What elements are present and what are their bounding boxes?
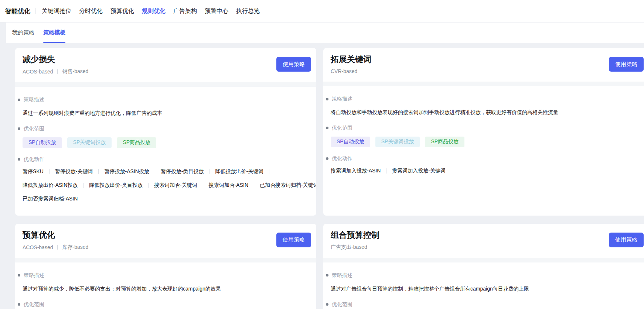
scope-tag: SP自动投放 — [331, 137, 370, 147]
scope-label: 优化范围 — [326, 301, 641, 308]
scope-label: 优化范围 — [18, 301, 309, 308]
action-row: 降低投放出价-ASIN投放降低投放出价-类目投放搜索词加否-关键词搜索词加否-A… — [23, 179, 309, 192]
action-divider — [148, 183, 149, 188]
action-item: 降低投放出价-类目投放 — [89, 182, 143, 189]
bullet-dot-icon — [18, 274, 20, 277]
scope-label-text: 优化范围 — [332, 125, 352, 131]
nav-item-3[interactable]: 规则优化 — [142, 7, 166, 15]
scope-label: 优化范围 — [326, 125, 641, 131]
actions-label-text: 优化动作 — [24, 156, 44, 163]
action-divider — [98, 169, 99, 174]
tab-bar: 我的策略策略模板 — [6, 22, 644, 43]
card-divider — [15, 258, 316, 262]
bullet-dot-icon — [326, 303, 328, 306]
scope-tags: SP自动投放SP关键词投放SP商品投放 — [331, 137, 641, 147]
nav-item-4[interactable]: 广告架构 — [173, 7, 197, 15]
actions-label: 优化动作 — [18, 156, 309, 163]
action-divider — [155, 169, 155, 174]
strategy-description: 将自动投放和手动投放表现好的搜索词加到手动投放进行精准投放，获取更好有价值的高相… — [331, 109, 641, 116]
nav-item-0[interactable]: 关键词抢位 — [42, 7, 71, 15]
card-header: 拓展关键词 CVR-based 使用策略 — [323, 48, 644, 82]
actions-label: 优化动作 — [326, 155, 641, 162]
scope-label-text: 优化范围 — [24, 301, 44, 308]
brand-title: 智能优化 — [5, 7, 30, 16]
strategy-cards-grid: 减少损失 ACOS-based销售-based 使用策略 策略描述 通过一系列规… — [0, 43, 644, 309]
action-divider — [49, 169, 50, 174]
use-strategy-button[interactable]: 使用策略 — [609, 233, 644, 247]
strategy-card: 减少损失 ACOS-based销售-based 使用策略 策略描述 通过一系列规… — [15, 48, 316, 216]
action-item: 暂停投放-关键词 — [55, 168, 93, 175]
description-label: 策略描述 — [326, 272, 641, 279]
card-base-1: 销售-based — [62, 68, 88, 75]
card-base-0: CVR-based — [331, 68, 357, 74]
action-item: 搜索词加入投放-ASIN — [331, 168, 381, 174]
actions-label-text: 优化动作 — [332, 155, 352, 162]
action-divider — [203, 183, 203, 188]
card-title: 减少损失 — [23, 54, 310, 65]
card-subtitle: ACOS-based销售-based — [23, 68, 310, 75]
bullet-dot-icon — [326, 98, 328, 100]
card-divider — [15, 82, 316, 87]
strategy-card: 拓展关键词 CVR-based 使用策略 策略描述 将自动投放和手动投放表现好的… — [323, 48, 644, 216]
card-base-0: ACOS-based — [23, 69, 53, 75]
card-divider — [323, 82, 644, 86]
actions-list: 暂停SKU暂停投放-关键词暂停投放-ASIN投放暂停投放-类目投放降低投放出价-… — [23, 165, 309, 206]
subtitle-divider — [57, 69, 58, 74]
description-label: 策略描述 — [18, 272, 309, 279]
scope-tag: SP商品投放 — [117, 137, 156, 148]
scope-tag: SP商品投放 — [425, 137, 464, 147]
card-subtitle: CVR-based — [331, 68, 643, 74]
tab-0[interactable]: 我的策略 — [12, 22, 34, 43]
bullet-dot-icon — [18, 303, 20, 306]
action-item: 搜索词加否-ASIN — [209, 182, 248, 189]
action-item: 搜索词加否-关键词 — [154, 182, 197, 189]
strategy-card: 组合预算控制 广告支出-based 使用策略 策略描述 通过对广告组合每日预算的… — [323, 224, 644, 309]
strategy-description: 通过对预算的减少，降低不必要的支出；对预算的增加，放大表现好的campaign的… — [23, 285, 309, 292]
scope-tag: SP关键词投放 — [375, 137, 420, 147]
strategy-card: 预算优化 ACOS-based库存-based 使用策略 策略描述 通过对预算的… — [15, 224, 316, 309]
bullet-dot-icon — [326, 157, 328, 160]
action-divider — [386, 168, 386, 174]
use-strategy-button[interactable]: 使用策略 — [276, 233, 311, 247]
description-label-text: 策略描述 — [332, 96, 352, 102]
use-strategy-button[interactable]: 使用策略 — [609, 57, 644, 72]
action-divider — [254, 183, 254, 188]
strategy-description: 通过一系列规则对浪费严重的地方进行优化，降低广告的成本 — [23, 110, 309, 117]
nav-divider — [35, 8, 35, 14]
card-base-0: 广告支出-based — [331, 244, 367, 251]
action-item: 降低投放出价-关键词 — [215, 168, 263, 175]
action-row: 暂停SKU暂停投放-关键词暂停投放-ASIN投放暂停投放-类目投放降低投放出价-… — [23, 165, 309, 179]
action-divider — [269, 169, 269, 174]
action-item: 暂停投放-类目投放 — [161, 168, 204, 175]
card-body: 策略描述 将自动投放和手动投放表现好的搜索词加到手动投放进行精准投放，获取更好有… — [323, 86, 644, 188]
scope-label-text: 优化范围 — [332, 301, 352, 308]
card-header: 减少损失 ACOS-based销售-based 使用策略 — [15, 48, 316, 82]
strategy-description: 通过对广告组合每日预算的控制，精准把控整个广告组合所有campaign每日花费的… — [331, 285, 641, 292]
description-label-text: 策略描述 — [24, 272, 44, 279]
use-strategy-button[interactable]: 使用策略 — [276, 57, 311, 72]
description-label: 策略描述 — [18, 96, 309, 103]
nav-item-6[interactable]: 执行总览 — [236, 7, 260, 15]
card-title: 组合预算控制 — [331, 230, 643, 241]
card-body: 策略描述 通过对广告组合每日预算的控制，精准把控整个广告组合所有campaign… — [323, 262, 644, 309]
action-divider — [83, 183, 84, 188]
scope-label-text: 优化范围 — [24, 126, 44, 132]
subtitle-divider — [57, 245, 58, 250]
card-body: 策略描述 通过一系列规则对浪费严重的地方进行优化，降低广告的成本 优化范围 SP… — [15, 87, 316, 216]
bullet-dot-icon — [18, 99, 20, 101]
bullet-dot-icon — [326, 274, 328, 277]
card-base-1: 库存-based — [62, 244, 88, 251]
card-subtitle: ACOS-based库存-based — [23, 244, 310, 251]
nav-item-1[interactable]: 分时优化 — [79, 7, 103, 15]
nav-item-2[interactable]: 预算优化 — [110, 7, 134, 15]
action-row: 搜索词加入投放-ASIN搜索词加入投放-关键词 — [331, 164, 641, 178]
card-title: 拓展关键词 — [331, 54, 643, 65]
card-body: 策略描述 通过对预算的减少，降低不必要的支出；对预算的增加，放大表现好的camp… — [15, 262, 316, 309]
action-item: 搜索词加入投放-关键词 — [392, 168, 446, 174]
tab-1[interactable]: 策略模板 — [43, 22, 65, 43]
action-item: 暂停SKU — [23, 168, 44, 175]
bullet-dot-icon — [18, 127, 20, 130]
nav-item-5[interactable]: 预警中心 — [205, 7, 228, 15]
actions-list: 搜索词加入投放-ASIN搜索词加入投放-关键词 — [331, 164, 641, 178]
card-subtitle: 广告支出-based — [331, 244, 643, 251]
